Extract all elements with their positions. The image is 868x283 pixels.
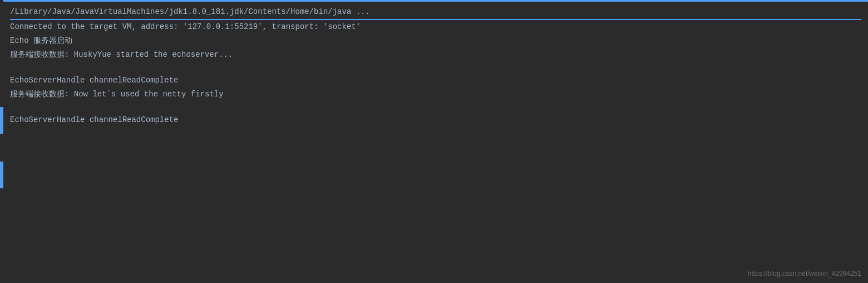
console-line-path-line: /Library/Java/JavaVirtualMachines/jdk1.8… xyxy=(10,5,861,20)
left-bar xyxy=(0,0,3,283)
console-line-channel-read-2: EchoServerHandle channelReadComplete xyxy=(10,113,861,127)
console-output: /Library/Java/JavaVirtualMachines/jdk1.8… xyxy=(0,2,868,130)
left-indicator2 xyxy=(0,162,3,188)
console-container: /Library/Java/JavaVirtualMachines/jdk1.8… xyxy=(0,0,868,283)
console-line-echo-start-line: Echo 服务器启动 xyxy=(10,34,861,48)
console-line-data-received-2: 服务端接收数据: Now let`s used the netty firstl… xyxy=(10,87,861,101)
console-line-connected-line: Connected to the target VM, address: '12… xyxy=(10,20,861,34)
watermark: https://blog.csdn.net/weixin_42994251 xyxy=(748,270,861,277)
console-line-channel-read-1: EchoServerHandle channelReadComplete xyxy=(10,74,861,87)
console-line-empty-1 xyxy=(10,62,861,74)
console-line-empty-2 xyxy=(10,101,861,113)
console-line-data-received-1: 服务端接收数据: HuskyYue started the echoserver… xyxy=(10,48,861,62)
left-indicator xyxy=(0,107,3,134)
